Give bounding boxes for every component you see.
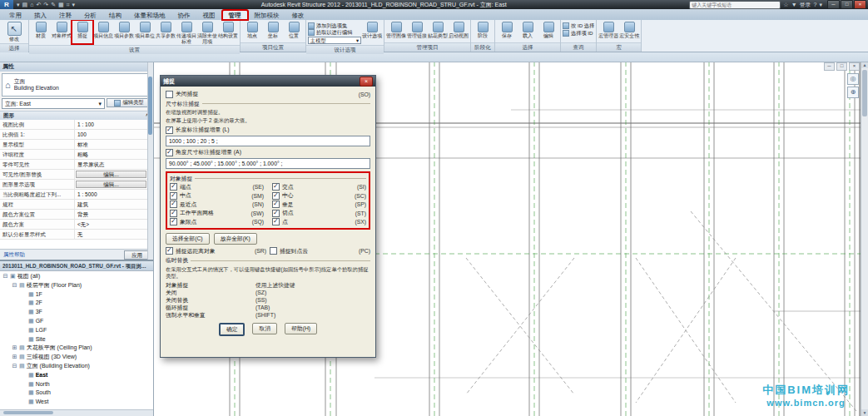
panel-label-settings[interactable]: 设置 — [29, 45, 240, 54]
panel-label-select[interactable]: 选择 — [0, 43, 28, 52]
tree-expander-icon[interactable]: ⊞ — [12, 344, 17, 353]
panel-label-design-options[interactable]: 设计选项 — [306, 45, 384, 54]
qat-icon[interactable]: ✎ — [51, 0, 56, 9]
object-snap-checkbox[interactable] — [170, 218, 177, 225]
modify-button[interactable]: ↖ 修改 — [2, 21, 27, 42]
qat-icon[interactable]: ▦ — [58, 0, 64, 9]
ribbon-tab[interactable]: 协作 — [172, 11, 196, 20]
property-row[interactable]: 显示模型 标准 — [0, 140, 153, 150]
panel-label-phasing[interactable]: 阶段化 — [471, 42, 494, 52]
cancel-button[interactable]: 取消 — [252, 323, 277, 334]
ribbon-tab[interactable]: 常用 — [3, 11, 27, 20]
qat-icon[interactable]: ↷ — [43, 0, 48, 9]
check-all-button[interactable]: 选择全部(C) — [166, 233, 210, 245]
properties-scrollbar-thumb[interactable] — [148, 77, 152, 135]
ok-button[interactable]: 确定 — [219, 323, 246, 336]
property-row[interactable]: 视图比例 1 : 100 — [0, 120, 153, 130]
scroll-up-icon[interactable]: ▲ — [861, 62, 868, 68]
graphics-section-header[interactable]: 图形 ＾ — [0, 111, 153, 120]
tree-item[interactable]: ▦ GF — [0, 317, 153, 326]
properties-header[interactable]: 属性 × — [0, 62, 153, 72]
qat-icon[interactable]: ⌗ — [67, 0, 70, 9]
ribbon-settings-button[interactable]: 对象样式 — [52, 21, 72, 39]
tree-item[interactable]: ▦ West — [0, 398, 153, 407]
panel-label-selection[interactable]: 选择 — [495, 42, 560, 52]
steering-wheel-icon[interactable]: ◎ — [847, 73, 859, 85]
panel-label-manage-project[interactable]: 管理项目 — [384, 42, 470, 52]
angle-snap-checkbox[interactable] — [166, 149, 173, 156]
ribbon-settings-button[interactable]: 结构设置 — [218, 21, 238, 39]
view-minimize-button[interactable]: ─ — [824, 62, 835, 71]
length-snap-checkbox[interactable] — [166, 126, 173, 134]
ribbon-manage-button[interactable]: 启动视图 — [449, 21, 469, 39]
view-close-button[interactable]: × — [849, 62, 860, 71]
angle-snap-row[interactable]: 角度尺寸标注捕捉增量 (A) — [166, 148, 370, 156]
object-snap-option[interactable]: 工作平面网格 (SW) — [170, 210, 264, 218]
minimize-button[interactable]: ─ — [827, 0, 840, 9]
tree-item[interactable]: ⊟ ▤ 立面 (Building Elevation) — [0, 362, 153, 371]
qat-icon[interactable]: ▤ — [22, 0, 28, 9]
inquiry-row-button[interactable]: 选择项 ID — [563, 30, 594, 37]
type-selector[interactable]: ⌂ 立面 Building Elevation — [2, 73, 151, 97]
ribbon-tab[interactable]: 修改 — [286, 11, 310, 20]
selection-button[interactable]: 保存 — [497, 21, 517, 39]
snap-remote-objects[interactable]: 捕捉远距离对象 (SR) — [166, 247, 266, 255]
snap-remote-checkbox[interactable] — [166, 247, 173, 255]
properties-scrollbar[interactable] — [147, 62, 153, 260]
project-browser-title[interactable]: 2013011_HLD_ROBINSON_ROAD_STRU_GF.rvt - … — [0, 261, 153, 271]
tree-expander-icon[interactable]: ⊟ — [12, 362, 17, 371]
tree-item[interactable]: ▦ Site — [0, 335, 153, 344]
vertical-scrollbar[interactable]: ▲ ▼ — [861, 62, 868, 416]
property-row[interactable]: 零件可见性 显示原状态 — [0, 160, 153, 170]
object-snap-option[interactable]: 垂足 (SP) — [272, 201, 366, 209]
panel-label-inquiry[interactable]: 查询 — [561, 42, 596, 52]
ribbon-settings-button[interactable]: 捕捉 — [72, 21, 92, 43]
tree-item[interactable]: ⊟ ▣ 视图 (all) — [0, 272, 153, 281]
check-none-button[interactable]: 放弃全部(K) — [214, 233, 257, 245]
length-increments-input[interactable]: 1000 ; 100 ; 20 ; 5 ; — [166, 136, 370, 146]
panel-label-macros[interactable]: 宏 — [597, 42, 641, 52]
property-row[interactable]: 图形显示选项 编辑... — [0, 180, 153, 190]
snap-pointcloud-checkbox[interactable] — [270, 247, 277, 255]
object-snap-option[interactable]: 端点 (SE) — [170, 183, 264, 191]
properties-help-link[interactable]: 属性帮助 — [3, 251, 25, 259]
tree-item[interactable]: ▦ 2F — [0, 299, 153, 308]
object-snap-option[interactable]: 点 (SX) — [272, 218, 366, 226]
qat-icon[interactable]: ⌂ — [30, 0, 33, 9]
qat-icon[interactable]: ▾ — [72, 0, 76, 9]
snap-point-cloud[interactable]: 捕捉到点云 (PC) — [270, 247, 370, 255]
close-button[interactable]: × — [854, 0, 866, 9]
dialog-close-icon[interactable]: × — [360, 77, 373, 87]
macro-button[interactable]: 宏安全性 — [619, 21, 639, 39]
ribbon-settings-button[interactable]: 项目单位 — [135, 21, 155, 39]
tree-item[interactable]: ▦ 3F — [0, 308, 153, 317]
favorites-star-icon[interactable]: ☆ — [783, 2, 788, 8]
ribbon-tab[interactable]: 分析 — [78, 11, 102, 20]
tree-item[interactable]: ▦ East — [0, 371, 153, 380]
ribbon-tab[interactable]: 插入 — [28, 11, 52, 20]
ribbon-settings-button[interactable]: 材质 — [31, 21, 51, 39]
object-snap-checkbox[interactable] — [272, 218, 280, 225]
ribbon-manage-button[interactable]: 管理链接 — [407, 21, 427, 39]
object-snap-option[interactable]: 交点 (SI) — [272, 183, 366, 191]
ribbon-tab[interactable]: 结构 — [103, 11, 127, 20]
property-row[interactable]: 可见性/图形替换 编辑... — [0, 170, 153, 180]
dialog-titlebar[interactable]: 捕捉 × — [161, 76, 375, 87]
ribbon-tab[interactable]: 管理 — [222, 10, 248, 20]
browser-horizontal-scrollbar[interactable] — [0, 409, 153, 416]
active-design-option-dropdown[interactable]: 主模型 ▾ — [308, 37, 361, 44]
tree-item[interactable]: ▦ North — [0, 380, 153, 389]
object-snap-option[interactable]: 象限点 (SQ) — [170, 218, 264, 226]
object-snap-option[interactable]: 中点 (SM) — [170, 192, 264, 201]
property-row[interactable]: 详细程度 粗略 — [0, 150, 153, 160]
object-snap-checkbox[interactable] — [272, 210, 280, 217]
tree-expander-icon[interactable]: ⊟ — [12, 281, 17, 290]
macro-button[interactable]: 宏管理器 — [598, 21, 618, 39]
signin-label[interactable]: 登录 — [800, 1, 811, 9]
object-snap-checkbox[interactable] — [170, 192, 177, 200]
phasing-button[interactable]: 阶段 — [473, 21, 493, 39]
zoom-icon[interactable]: ⊕ — [847, 87, 859, 98]
apply-button[interactable]: 应用 — [124, 250, 150, 260]
maximize-button[interactable]: □ — [841, 0, 853, 9]
object-snap-checkbox[interactable] — [272, 183, 280, 191]
